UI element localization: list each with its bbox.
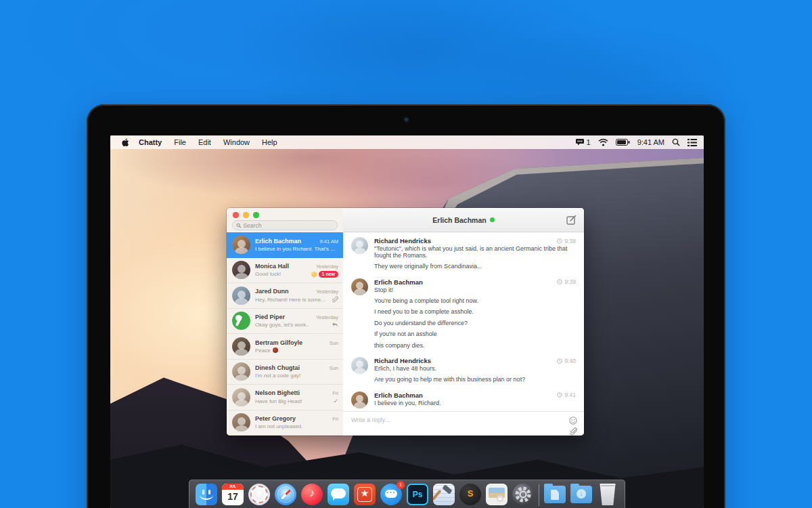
conversation-item-jared[interactable]: Jared Dunn Yesterday Hey, Richard! Here …	[227, 283, 343, 309]
notification-center-icon[interactable]	[687, 139, 697, 146]
message-text: Do you understand the difference?	[374, 320, 576, 327]
dock-calendar-icon[interactable]: JUL 17	[222, 484, 244, 505]
emoji-icon[interactable]	[569, 417, 577, 425]
chat-pane: Erlich Bachman Richard Hendricks	[343, 208, 584, 436]
avatar	[232, 287, 250, 305]
conversation-preview: I am not unpleased.	[255, 423, 338, 429]
conversation-time: Fri	[332, 416, 338, 422]
delivered-check-icon: ✓	[333, 398, 338, 404]
macbook-screen: Chatty File Edit Window Help 1	[110, 135, 704, 508]
minimize-button[interactable]	[243, 212, 249, 218]
conversation-preview: Have fun Big Head!	[255, 398, 331, 404]
attach-paperclip-icon[interactable]	[570, 427, 577, 436]
chatty-window: Erlich Bachman 9:41 AM I believe in you …	[227, 208, 584, 436]
dock-divider	[539, 484, 539, 506]
avatar	[232, 261, 250, 279]
message: Erlich Bachman 9:39 Stop it!	[351, 278, 576, 354]
message-time: 9:39	[557, 278, 576, 285]
dock-safari-icon[interactable]	[275, 484, 296, 505]
search-field[interactable]	[232, 220, 338, 230]
menu-bar-clock[interactable]: 9:41 AM	[637, 138, 664, 146]
conversation-item-nelson[interactable]: Nelson Bighetti Fri Have fun Big Head! ✓	[227, 385, 343, 410]
avatar	[232, 388, 250, 406]
apple-menu-icon[interactable]	[121, 138, 129, 147]
message-text: Are you going to help me with this busin…	[374, 377, 576, 383]
dock-preview-icon[interactable]	[486, 484, 508, 505]
dock-itunes-icon[interactable]: ♪	[301, 484, 323, 505]
dock-downloads-folder-icon[interactable]	[570, 484, 592, 505]
paperclip-icon	[332, 296, 338, 303]
webcam	[405, 118, 408, 121]
dock-chatty-icon[interactable]: 1	[380, 484, 402, 505]
menu-edit[interactable]: Edit	[198, 138, 211, 146]
conversation-item-monica[interactable]: Monica Hall Yesterday Good luck! 1 new	[227, 258, 343, 284]
reply-input[interactable]	[351, 417, 564, 423]
dock-system-preferences-icon[interactable]	[512, 484, 534, 505]
conversation-name: Dinesh Chugtai	[255, 364, 300, 371]
conversation-time: Fri	[332, 390, 338, 396]
chat-status-item[interactable]: 1	[576, 138, 591, 146]
clock-icon	[557, 238, 562, 244]
dock-finder-icon[interactable]	[196, 484, 217, 505]
clock-icon	[557, 279, 562, 284]
menu-window[interactable]: Window	[223, 138, 250, 146]
message-text: Erlich, I have 48 hours.	[374, 366, 576, 373]
dock-wunderlist-icon[interactable]: ★	[354, 484, 376, 505]
avatar	[351, 357, 368, 374]
conversation-preview: Hey, Richard! Here is some...	[255, 297, 330, 303]
avatar	[232, 337, 250, 356]
conversation-name: Bertram Gilfoyle	[255, 339, 302, 346]
search-input[interactable]	[243, 222, 334, 229]
message-time: 9:40	[557, 358, 576, 364]
conversation-item-erlich[interactable]: Erlich Bachman 9:41 AM I believe in you …	[227, 232, 343, 258]
message-sender: Erlich Bachman	[374, 278, 423, 286]
dock-sublime-icon[interactable]: S	[459, 484, 481, 505]
conversation-preview: I'm not a code gay!	[255, 373, 338, 379]
message-time: 9:41	[557, 391, 576, 398]
music-note-glyph: ♪	[301, 487, 323, 499]
message: Richard Hendricks 9:38 "Teutonic", whic	[351, 237, 576, 275]
menu-file[interactable]: File	[174, 138, 186, 146]
chat-bubble-icon	[576, 138, 585, 146]
zoom-button[interactable]	[253, 212, 259, 218]
unread-badge: 1 new	[319, 271, 338, 278]
reply-bar	[343, 411, 584, 436]
conversation-time: Yesterday	[316, 314, 338, 320]
chat-status-count: 1	[587, 138, 591, 146]
dock-xcode-icon[interactable]	[433, 484, 455, 505]
conversation-name: Nelson Bighetti	[255, 389, 300, 396]
message-list: Richard Hendricks 9:38 "Teutonic", whic	[343, 232, 584, 411]
gear-icon	[512, 484, 534, 505]
menu-help[interactable]: Help	[262, 138, 277, 146]
close-button[interactable]	[233, 212, 239, 218]
message-text: this company dies.	[374, 343, 576, 350]
dock: JUL 17 ♪ ★ 1 Ps	[189, 480, 625, 508]
conversation-item-dinesh[interactable]: Dinesh Chugtai Sun I'm not a code gay!	[227, 360, 343, 385]
dock-mail-icon[interactable]	[248, 484, 270, 505]
sidebar-header	[227, 208, 343, 232]
conversation-item-bertram[interactable]: Bertram Gilfoyle Sun Peace	[227, 334, 343, 360]
compose-icon[interactable]	[566, 215, 577, 226]
avatar	[351, 391, 368, 408]
star-glyph: ★	[354, 488, 376, 499]
conversation-preview: Peace	[255, 347, 271, 354]
conversation-item-pied-piper[interactable]: Pied Piper Yesterday Okay guys, let's wo…	[227, 309, 343, 335]
conversation-name: Jared Dunn	[255, 288, 289, 295]
battery-icon[interactable]	[616, 139, 630, 146]
smiley-emoji	[311, 272, 317, 277]
dock-trash-icon[interactable]	[597, 484, 618, 505]
spotlight-search-icon[interactable]	[672, 138, 680, 146]
conversation-time: 9:41 AM	[319, 238, 338, 245]
message-text: I believe in you, Richard.	[374, 400, 576, 407]
avatar	[232, 236, 250, 254]
dock-photoshop-icon[interactable]: Ps	[407, 484, 428, 505]
dock-documents-folder-icon[interactable]	[544, 484, 566, 505]
menu-app-name[interactable]: Chatty	[139, 138, 162, 146]
wifi-icon[interactable]	[598, 138, 608, 146]
dock-messages-icon[interactable]	[328, 484, 349, 505]
conversation-list: Erlich Bachman 9:41 AM I believe in you …	[227, 232, 343, 436]
conversation-item-peter[interactable]: Peter Gregory Fri I am not unpleased.	[227, 410, 343, 436]
clock-icon	[557, 358, 562, 364]
reply-arrow-icon	[332, 322, 338, 328]
menu-bar: Chatty File Edit Window Help 1	[110, 135, 704, 149]
